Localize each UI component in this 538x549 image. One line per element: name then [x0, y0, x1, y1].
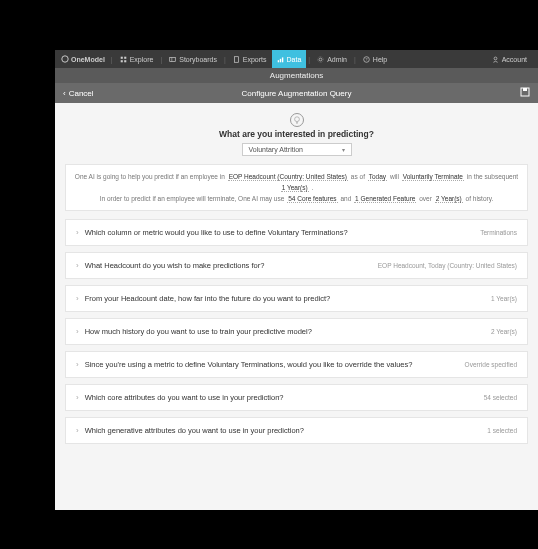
panel-value: EOP Headcount, Today (Country: United St… [378, 262, 517, 269]
select-value: Voluntary Attrition [249, 146, 303, 153]
config-panel[interactable]: ›What Headcount do you wish to make pred… [65, 252, 528, 279]
svg-rect-5 [170, 57, 176, 61]
data-icon [277, 56, 284, 63]
config-panel[interactable]: ›Which generative attributes do you want… [65, 417, 528, 444]
svg-rect-9 [279, 58, 280, 62]
sentence-text: will [390, 173, 399, 180]
svg-rect-3 [120, 60, 122, 62]
sentence-text: and [340, 195, 351, 202]
back-icon[interactable]: ‹ [63, 89, 66, 98]
token-history[interactable]: 2 Year(s) [435, 195, 463, 203]
token-date[interactable]: Today [368, 173, 387, 181]
chevron-right-icon: › [76, 294, 79, 303]
panel-value: 54 selected [484, 394, 517, 401]
svg-point-12 [318, 56, 324, 62]
nav-separator: | [354, 56, 356, 63]
chevron-right-icon: › [76, 228, 79, 237]
lightbulb-icon [290, 113, 304, 127]
nav-separator: | [224, 56, 226, 63]
nav-help[interactable]: ? Help [358, 50, 392, 68]
svg-text:?: ? [365, 57, 367, 61]
svg-rect-17 [523, 88, 527, 91]
panel-value: 1 selected [487, 427, 517, 434]
panel-value: 2 Year(s) [491, 328, 517, 335]
content-area: What are you interested in predicting? V… [55, 103, 538, 510]
config-panel[interactable]: ›Which column or metric would you like t… [65, 219, 528, 246]
nav-label: Data [287, 56, 302, 63]
nav-separator: | [160, 56, 162, 63]
svg-point-0 [62, 56, 68, 62]
chevron-right-icon: › [76, 393, 79, 402]
panel-question: Since you're using a metric to define Vo… [85, 360, 465, 369]
panels-list: ›Which column or metric would you like t… [65, 219, 528, 444]
intro-title: What are you interested in predicting? [65, 129, 528, 139]
brand-icon [61, 55, 69, 63]
export-icon [233, 56, 240, 63]
panel-question: What Headcount do you wish to make predi… [85, 261, 378, 270]
panel-question: Which generative attributes do you want … [85, 426, 488, 435]
app-window: OneModel | Explore | Storyboards | Expor… [55, 50, 538, 510]
sentence-text: . [312, 184, 314, 191]
svg-point-11 [319, 58, 322, 61]
svg-rect-7 [234, 56, 238, 62]
nav-label: Exports [243, 56, 267, 63]
top-nav: OneModel | Explore | Storyboards | Expor… [55, 50, 538, 68]
chevron-right-icon: › [76, 327, 79, 336]
sentence-text: over [419, 195, 432, 202]
chevron-right-icon: › [76, 261, 79, 270]
sentence-text: of history. [466, 195, 494, 202]
subheader: Augmentations [55, 68, 538, 83]
config-panel[interactable]: ›Since you're using a metric to define V… [65, 351, 528, 378]
config-panel[interactable]: ›From your Headcount date, how far into … [65, 285, 528, 312]
panel-value: Override specified [465, 361, 517, 368]
panel-question: Which column or metric would you like to… [85, 228, 480, 237]
summary-sentence: One AI is going to help you predict if a… [65, 164, 528, 211]
nav-admin[interactable]: Admin [312, 50, 352, 68]
svg-rect-1 [120, 56, 122, 58]
sentence-text: In order to predict if an employee will … [100, 195, 285, 202]
chevron-right-icon: › [76, 426, 79, 435]
nav-exports[interactable]: Exports [228, 50, 272, 68]
nav-explore[interactable]: Explore [115, 50, 159, 68]
panel-question: How much history do you want to use to t… [85, 327, 491, 336]
page-title: Configure Augmentation Query [113, 89, 480, 98]
token-headcount[interactable]: EOP Headcount (Country: United States) [228, 173, 348, 181]
titlebar: ‹ Cancel Configure Augmentation Query [55, 83, 538, 103]
chevron-right-icon: › [76, 360, 79, 369]
nav-account[interactable]: Account [487, 50, 532, 68]
nav-label: Help [373, 56, 387, 63]
cancel-button[interactable]: Cancel [69, 89, 94, 98]
svg-rect-8 [277, 60, 278, 62]
nav-label: Storyboards [179, 56, 217, 63]
panel-question: Which core attributes do you want to use… [85, 393, 484, 402]
intro-section: What are you interested in predicting? V… [65, 113, 528, 156]
config-panel[interactable]: ›Which core attributes do you want to us… [65, 384, 528, 411]
nav-data[interactable]: Data [272, 50, 307, 68]
help-icon: ? [363, 56, 370, 63]
panel-question: From your Headcount date, how far into t… [85, 294, 491, 303]
brand[interactable]: OneModel [61, 55, 105, 63]
token-gen-features[interactable]: 1 Generated Feature [354, 195, 416, 203]
nav-label: Account [502, 56, 527, 63]
nav-separator: | [111, 56, 113, 63]
save-icon[interactable] [520, 87, 530, 99]
token-event[interactable]: Voluntarily Terminate [402, 173, 464, 181]
gear-icon [317, 56, 324, 63]
svg-rect-4 [124, 60, 126, 62]
panel-value: 1 Year(s) [491, 295, 517, 302]
svg-rect-2 [124, 56, 126, 58]
sentence-text: One AI is going to help you predict if a… [75, 173, 225, 180]
panel-value: Terminations [480, 229, 517, 236]
token-core-features[interactable]: 54 Core features [287, 195, 337, 203]
storyboard-icon [169, 56, 176, 63]
brand-label: OneModel [71, 56, 105, 63]
nav-storyboards[interactable]: Storyboards [164, 50, 222, 68]
prediction-select[interactable]: Voluntary Attrition ▾ [242, 143, 352, 156]
account-icon [492, 56, 499, 63]
nav-label: Admin [327, 56, 347, 63]
config-panel[interactable]: ›How much history do you want to use to … [65, 318, 528, 345]
sentence-text: in the subsequent [467, 173, 518, 180]
svg-rect-10 [281, 57, 282, 62]
svg-point-15 [494, 57, 497, 60]
token-horizon[interactable]: 1 Year(s) [281, 184, 309, 192]
